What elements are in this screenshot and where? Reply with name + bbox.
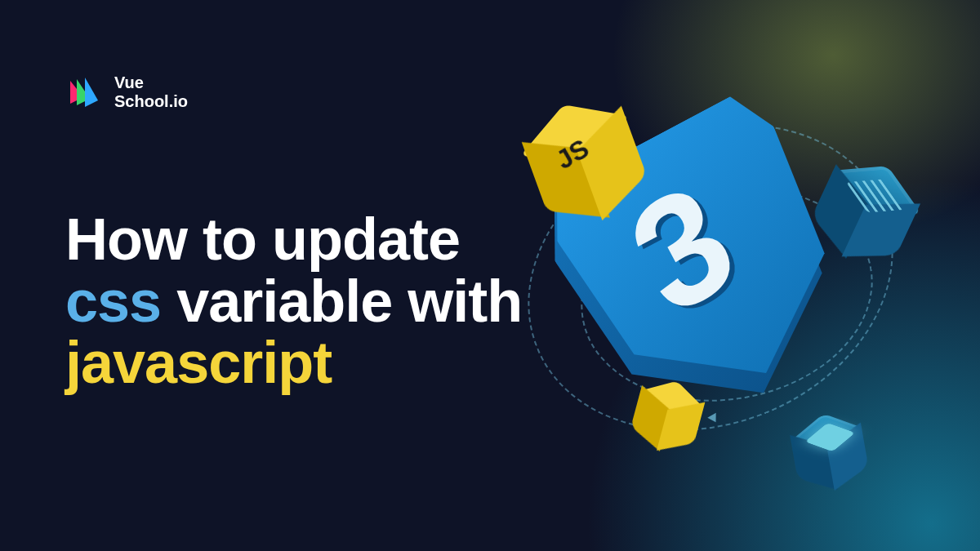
brand-line-1: Vue (114, 73, 188, 92)
content-area: Vue School.io How to update css variable… (0, 0, 980, 551)
title-part-1: How to update (65, 207, 460, 272)
page-title: How to update css variable with javascri… (65, 209, 523, 394)
title-highlight-css: css (65, 269, 161, 334)
title-part-3: variable with (161, 269, 522, 334)
title-highlight-js: javascript (65, 330, 332, 395)
brand-logo: Vue School.io (65, 73, 915, 111)
brand-text: Vue School.io (114, 73, 188, 111)
brand-mark-icon (65, 74, 101, 110)
brand-line-2: School.io (114, 92, 188, 111)
